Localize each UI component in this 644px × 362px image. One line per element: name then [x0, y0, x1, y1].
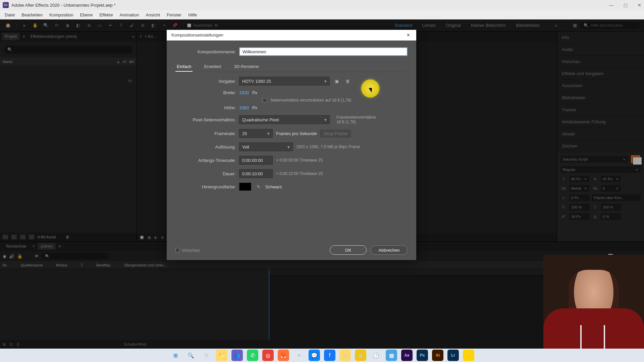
menu-window[interactable]: Fenster [163, 11, 185, 19]
panel-contentaware[interactable]: Inhaltsbasierte Füllung [557, 116, 644, 128]
height-value[interactable]: 1080 [239, 105, 249, 110]
panel-audio[interactable]: Audio [557, 44, 644, 56]
tab-menu-icon[interactable]: ≡ [58, 244, 61, 249]
snap-menu-icon[interactable]: ⚙ [214, 23, 218, 28]
home-icon[interactable]: 🏠 [4, 21, 12, 29]
tb-messenger-icon[interactable]: 💬 [309, 350, 320, 361]
interpret-icon[interactable] [3, 235, 8, 239]
magnify-icon[interactable]: 🔲 [140, 235, 144, 240]
stroke-width-field[interactable]: 0 Px [569, 194, 589, 201]
tab-menu-icon[interactable]: ≡ [22, 34, 25, 39]
menu-edit[interactable]: Bearbeiten [18, 11, 46, 19]
save-preset-icon[interactable]: ▣ [333, 77, 340, 85]
tl-foot-icon1[interactable]: ⊞ [3, 342, 6, 347]
tb-search-icon[interactable]: 🔍 [185, 350, 197, 361]
workspace-learn[interactable]: Lernen [422, 23, 436, 28]
tl-foot-icon2[interactable]: ⊡ [10, 342, 13, 347]
eyedropper-icon[interactable]: ✎ [255, 183, 262, 190]
tb-start-icon[interactable]: ⊞ [170, 350, 181, 361]
tb-app-yellow-icon[interactable]: ◆ [355, 350, 366, 361]
tab-3d-renderer[interactable]: 3D-Renderer [233, 62, 261, 72]
bpc-icon[interactable] [11, 235, 17, 239]
color-depth[interactable]: 8-Bit-Kanal [38, 235, 56, 239]
framerate-select[interactable]: 25▾ [239, 129, 273, 138]
project-search[interactable]: 🔍 [4, 46, 132, 54]
tl-eye-icon[interactable]: ◉ [3, 254, 6, 259]
tb-clock-icon[interactable]: 🕑 [370, 350, 382, 361]
close-window-button[interactable]: ✕ [638, 3, 641, 8]
workspace-libraries[interactable]: Bibliotheken [516, 23, 540, 28]
workspace-small[interactable]: Kleiner Bildschirm [471, 23, 506, 28]
tsume-field[interactable]: 0 % [601, 213, 621, 220]
panel-overflow-icon[interactable]: » [132, 34, 135, 39]
pan-behind-tool-icon[interactable]: ⊕ [85, 21, 93, 29]
snap-toggle[interactable]: Ausrichten ⚙ [187, 23, 218, 28]
tb-firefox-icon[interactable]: 🦊 [278, 350, 289, 361]
tab-timeline-none[interactable]: (ohne) [38, 243, 56, 250]
panel-preview[interactable]: Vorschau [557, 56, 644, 68]
tl-speaker-icon[interactable]: 🔊 [9, 254, 14, 259]
brush-tool-icon[interactable]: 🖌 [128, 21, 136, 29]
flow-icon[interactable]: ⇆ [128, 78, 132, 83]
par-select[interactable]: Quadratische Pixel▾ [239, 115, 330, 124]
font-family-select[interactable]: Saturday Script▾ [560, 156, 628, 163]
tb-files-icon[interactable]: 🗂 [339, 350, 351, 361]
tab-project[interactable]: Projekt [2, 33, 20, 40]
tb-app-dark-icon[interactable]: ✷ [293, 350, 305, 361]
menu-animation[interactable]: Animation [116, 11, 143, 19]
maximize-button[interactable]: ▢ [624, 3, 628, 8]
baseline-field[interactable]: 34 Px [569, 213, 589, 220]
tb-app-red-icon[interactable]: ◎ [262, 350, 274, 361]
clone-tool-icon[interactable]: ⧉ [139, 21, 147, 29]
render-close-icon[interactable]: × [33, 244, 35, 249]
menu-file[interactable]: Datei [1, 11, 18, 19]
lock-aspect-checkbox[interactable] [263, 98, 267, 103]
menu-help[interactable]: Hilfe [185, 11, 200, 19]
menu-effects[interactable]: Effekte [96, 11, 116, 19]
playhead-icon[interactable] [269, 269, 269, 340]
roto-tool-icon[interactable]: ✧ [160, 21, 168, 29]
vscale-field[interactable]: 100 % [569, 204, 589, 210]
fill-color-swatch[interactable] [631, 155, 641, 164]
tb-whatsapp-icon[interactable]: ✆ [247, 350, 258, 361]
panel-libraries[interactable]: Bibliotheken [557, 92, 644, 104]
font-size-field[interactable]: 80 Px▾ [569, 176, 589, 182]
kerning-field[interactable]: Metrik▾ [569, 185, 589, 192]
switches-modes-toggle[interactable]: Schalter/Modi [124, 342, 146, 346]
orbit-tool-icon[interactable]: ⟳ [53, 21, 61, 29]
col-type[interactable]: Art [129, 60, 134, 64]
zoom-tool-icon[interactable]: 🔍 [42, 21, 50, 29]
bgcolor-swatch[interactable] [239, 183, 251, 191]
shape-tool-icon[interactable]: ▭ [96, 21, 104, 29]
selection-tool-icon[interactable]: ▸ [20, 21, 29, 29]
ok-button[interactable]: OK [330, 245, 367, 255]
duration-field[interactable]: 0:00:10:00 [239, 169, 273, 178]
type-tool-icon[interactable]: T [117, 21, 125, 29]
leading-field[interactable]: 47 Px▾ [601, 176, 621, 182]
trash-icon[interactable]: 🗑 [66, 235, 69, 239]
font-style-select[interactable]: Regular▾ [560, 166, 641, 173]
hscale-field[interactable]: 100 % [601, 204, 621, 210]
res-icon[interactable]: ▦ [148, 235, 151, 240]
tb-lightroom-icon[interactable]: Lr [447, 350, 459, 361]
panel-character[interactable]: Zeichen [557, 140, 644, 152]
tb-explorer-icon[interactable]: 📁 [216, 350, 227, 361]
pen-tool-icon[interactable]: ✒ [106, 21, 114, 29]
comp-name-input[interactable] [239, 47, 408, 56]
width-value[interactable]: 1920 [239, 90, 249, 95]
camera-tool-icon[interactable]: ◧ [74, 21, 82, 29]
tb-app-blue-icon[interactable]: ▦ [386, 350, 397, 361]
tb-aftereffects-icon[interactable]: Ae [401, 350, 413, 361]
menu-composition[interactable]: Komposition [46, 11, 77, 19]
tb-facebook-icon[interactable]: f [324, 350, 335, 361]
tab-effect-controls[interactable]: Effekteinstellungen (ohne) [28, 33, 79, 40]
rotate-tool-icon[interactable]: ◉ [63, 21, 71, 29]
preview-checkbox[interactable] [175, 248, 180, 252]
workspace-standard[interactable]: Standard [394, 23, 412, 28]
snap-checkbox[interactable] [187, 23, 191, 27]
tl-shy-icon[interactable]: 👁 [35, 254, 39, 259]
panel-effects[interactable]: Effekte und Vorgaben [557, 68, 644, 80]
new-folder-icon[interactable] [20, 235, 25, 239]
panel-align[interactable]: Ausrichten [557, 80, 644, 92]
panel-tracker[interactable]: Tracker [557, 104, 644, 116]
